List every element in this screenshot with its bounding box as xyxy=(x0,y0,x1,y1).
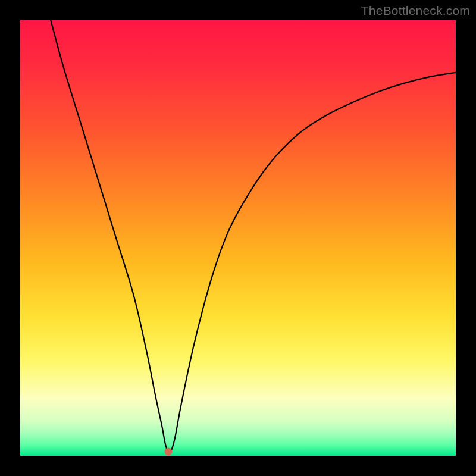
watermark-text: TheBottleneck.com xyxy=(361,4,470,18)
bottleneck-curve xyxy=(51,20,456,452)
optimal-point-marker xyxy=(164,447,172,455)
chart-frame: TheBottleneck.com xyxy=(0,0,476,476)
curve-layer xyxy=(20,20,456,456)
plot-area xyxy=(20,20,456,456)
